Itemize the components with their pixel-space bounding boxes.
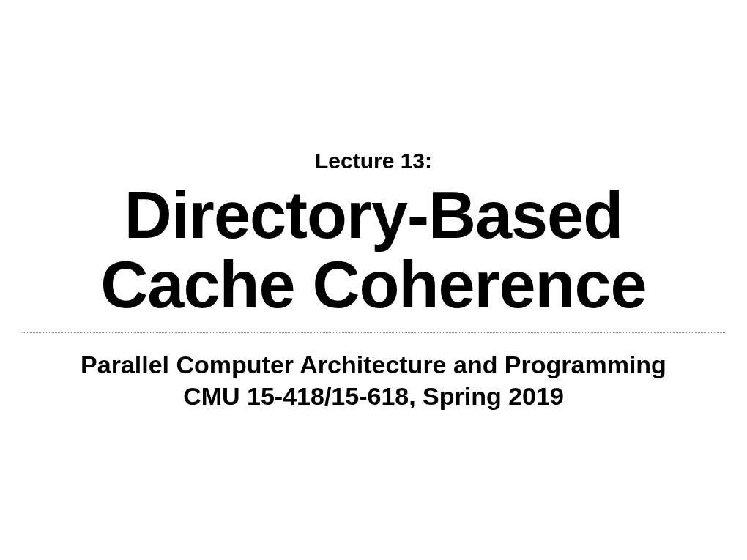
subtitle-line-2: CMU 15-418/15-618, Spring 2019: [183, 382, 564, 410]
slide-title: Directory-Based Cache Coherence: [22, 181, 725, 319]
lecture-title-slide: Lecture 13: Directory-Based Cache Cohere…: [0, 149, 747, 411]
title-line-1: Directory-Based: [124, 179, 622, 252]
divider-line: [22, 332, 725, 333]
slide-subtitle: Parallel Computer Architecture and Progr…: [22, 349, 725, 411]
title-line-2: Cache Coherence: [100, 248, 646, 321]
lecture-number-label: Lecture 13:: [22, 149, 725, 173]
subtitle-line-1: Parallel Computer Architecture and Progr…: [81, 351, 666, 378]
